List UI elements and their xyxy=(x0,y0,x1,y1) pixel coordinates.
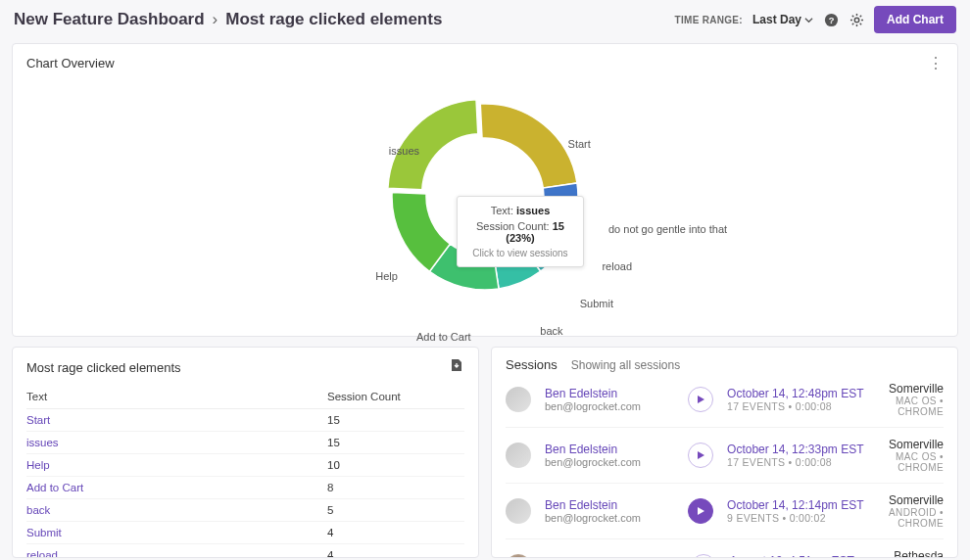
sessions-card: Sessions Showing all sessions Ben Edelst… xyxy=(491,347,958,558)
avatar xyxy=(506,498,531,524)
donut-label: Add to Cart xyxy=(373,331,471,343)
session-env: ANDROID • CHROME xyxy=(889,507,944,529)
rage-table-title: Most rage clicked elements xyxy=(26,360,181,375)
donut-label: Start xyxy=(568,138,666,150)
svg-point-2 xyxy=(854,18,859,23)
play-session-button[interactable] xyxy=(691,554,716,558)
rage-item-link[interactable]: Add to Cart xyxy=(26,477,327,499)
col-text: Text xyxy=(26,385,327,409)
breadcrumb-current: Most rage clicked elements xyxy=(225,10,442,29)
rage-item-link[interactable]: Start xyxy=(26,409,327,432)
help-icon[interactable]: ? xyxy=(823,12,839,27)
donut-slice-start[interactable] xyxy=(480,104,577,188)
table-row: issues15 xyxy=(26,432,464,454)
session-meta: 9 EVENTS • 0:00:02 xyxy=(727,512,875,524)
breadcrumb: New Feature Dashboard › Most rage clicke… xyxy=(14,10,442,29)
rage-item-link[interactable]: reload xyxy=(26,544,327,559)
add-chart-button[interactable]: Add Chart xyxy=(874,6,956,33)
sessions-title: Sessions xyxy=(506,357,558,372)
donut-label: Submit xyxy=(580,298,678,309)
session-row: Ben Edelsteinben@logrocket.comOctober 14… xyxy=(506,484,944,539)
session-user-email: ben@logrocket.com xyxy=(545,456,674,468)
donut-label: do not go gentle into that xyxy=(608,223,706,235)
play-session-button[interactable] xyxy=(688,498,713,524)
table-row: Help10 xyxy=(26,454,464,477)
donut-label: issues xyxy=(321,145,419,157)
donut-label: reload xyxy=(602,260,700,272)
chart-overview-card: Chart Overview ⋮ Startdo not go gentle i… xyxy=(12,43,958,337)
table-row: Start15 xyxy=(26,409,464,432)
session-location: Bethesda xyxy=(894,549,944,558)
table-row: reload4 xyxy=(26,544,464,559)
session-meta: 17 EVENTS • 0:00:08 xyxy=(727,400,875,412)
table-row: back5 xyxy=(26,499,464,522)
session-user-email: ben@logrocket.com xyxy=(545,400,674,412)
play-session-button[interactable] xyxy=(688,387,713,412)
session-timestamp-link[interactable]: October 14, 12:33pm EST xyxy=(727,443,875,456)
rage-item-link[interactable]: back xyxy=(26,499,327,522)
session-timestamp-link[interactable]: October 14, 12:14pm EST xyxy=(727,498,875,512)
export-icon[interactable] xyxy=(449,357,464,377)
rage-item-link[interactable]: issues xyxy=(26,432,327,454)
time-range-value: Last Day xyxy=(752,13,801,26)
table-row: Submit4 xyxy=(26,522,464,544)
gear-icon[interactable] xyxy=(849,12,864,27)
play-icon xyxy=(696,450,705,460)
chart-card-menu[interactable]: ⋮ xyxy=(928,56,944,71)
avatar xyxy=(506,387,531,412)
chart-tooltip: Text: issues Session Count: 15 (23%) Cli… xyxy=(457,196,584,267)
session-location: Somerville xyxy=(889,493,944,507)
donut-label: back xyxy=(540,325,638,337)
session-user-link[interactable]: Ben Edelstein xyxy=(545,498,674,512)
avatar xyxy=(506,443,531,468)
svg-line-7 xyxy=(851,15,853,17)
session-row: Ben Edelsteinben@logrocket.comOctober 14… xyxy=(506,428,944,484)
rage-item-count: 15 xyxy=(327,432,464,454)
rage-item-count: 4 xyxy=(327,522,464,544)
svg-line-8 xyxy=(859,23,861,24)
play-session-button[interactable] xyxy=(688,443,713,468)
session-user-link[interactable]: Ben Edelstein xyxy=(545,387,674,400)
rage-item-count: 8 xyxy=(327,477,464,499)
session-timestamp-link[interactable]: October 14, 12:48pm EST xyxy=(727,387,875,400)
rage-table: Text Session Count Start15issues15Help10… xyxy=(26,385,464,558)
play-icon xyxy=(696,395,705,404)
sessions-subtitle: Showing all sessions xyxy=(571,358,680,372)
table-row: Add to Cart8 xyxy=(26,477,464,499)
rage-item-count: 10 xyxy=(327,454,464,477)
breadcrumb-parent[interactable]: New Feature Dashboard xyxy=(14,10,205,29)
chevron-down-icon xyxy=(804,16,813,24)
session-row: Anonymous UserAugust 10, 4:51pm EST9 EVE… xyxy=(506,539,944,558)
session-user-link[interactable]: Ben Edelstein xyxy=(545,443,674,456)
rage-item-count: 15 xyxy=(327,409,464,432)
svg-text:?: ? xyxy=(828,15,834,24)
session-location: Somerville xyxy=(889,438,944,451)
chart-card-title: Chart Overview xyxy=(26,56,944,70)
session-location: Somerville xyxy=(889,382,944,396)
svg-line-10 xyxy=(859,15,861,17)
svg-line-9 xyxy=(851,23,853,24)
col-count: Session Count xyxy=(327,385,464,409)
session-env: MAC OS • CHROME xyxy=(889,396,944,417)
rage-item-count: 4 xyxy=(327,544,464,559)
session-timestamp-link[interactable]: August 10, 4:51pm EST xyxy=(730,554,881,558)
session-row: Ben Edelsteinben@logrocket.comOctober 14… xyxy=(506,372,944,428)
time-range-label: TIME RANGE: xyxy=(675,15,743,25)
session-meta: 17 EVENTS • 0:00:08 xyxy=(727,456,875,468)
rage-item-link[interactable]: Submit xyxy=(26,522,327,544)
rage-table-card: Most rage clicked elements Text Session … xyxy=(12,347,479,558)
rage-item-count: 5 xyxy=(327,499,464,522)
rage-item-link[interactable]: Help xyxy=(26,454,327,477)
session-env: MAC OS • CHROME xyxy=(889,451,944,473)
play-icon xyxy=(696,506,705,516)
breadcrumb-separator: › xyxy=(213,10,218,29)
donut-label: Help xyxy=(300,270,398,282)
avatar xyxy=(506,554,531,558)
session-user-email: ben@logrocket.com xyxy=(545,512,674,524)
time-range-dropdown[interactable]: Last Day xyxy=(752,13,813,26)
